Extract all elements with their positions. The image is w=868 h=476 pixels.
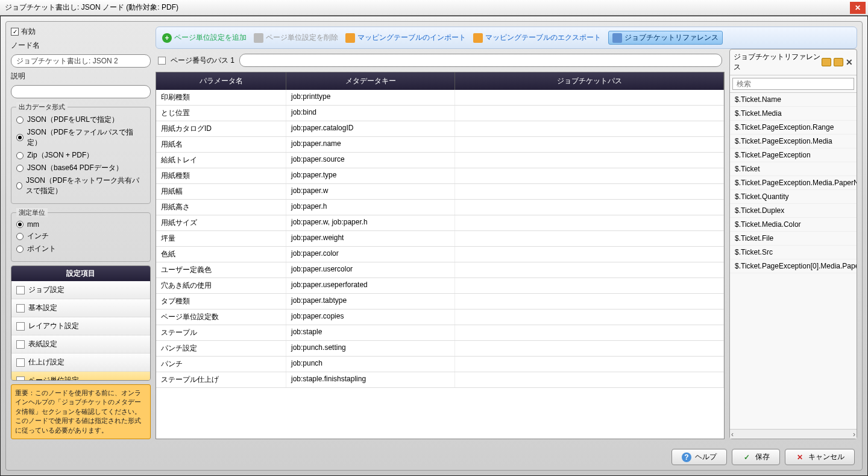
cancel-button[interactable]: ✕キャンセル — [785, 449, 855, 465]
output-option[interactable]: JSON（PDFをファイルパスで指定） — [16, 127, 145, 148]
cell-path[interactable] — [455, 200, 724, 215]
radio-icon[interactable] — [16, 116, 24, 124]
cell-path[interactable] — [455, 247, 724, 262]
table-row[interactable]: パンチjob:punch — [156, 357, 724, 372]
table-row[interactable]: ステープル仕上げjob:staple.finishstapling — [156, 372, 724, 388]
cell-param: ページ単位設定数 — [156, 309, 286, 325]
table-row[interactable]: ページ単位設定数job:paper.copies — [156, 309, 724, 325]
reference-item[interactable]: $.Ticket.PageException[0].Media.Pape — [730, 259, 857, 273]
cell-key: job:paper.tabtype — [286, 294, 455, 309]
unit-option[interactable]: mm — [16, 220, 145, 229]
unit-option[interactable]: インチ — [16, 231, 145, 241]
cell-path[interactable] — [455, 121, 724, 136]
reference-item[interactable]: $.Ticket.File — [730, 232, 857, 246]
table-row[interactable]: 印刷種類job:printtype — [156, 90, 724, 106]
unit-option[interactable]: ポイント — [16, 244, 145, 254]
table-body[interactable]: 印刷種類job:printtypeとじ位置job:bind用紙カタログIDjob… — [156, 90, 724, 439]
cell-path[interactable] — [455, 372, 724, 387]
settings-item[interactable]: 基本設定 — [11, 299, 150, 317]
table-row[interactable]: 用紙幅job:paper.w — [156, 184, 724, 200]
reference-item[interactable]: $.Ticket.PageException.Media.PaperN — [730, 176, 857, 190]
cell-path[interactable] — [455, 341, 724, 356]
reference-item[interactable]: $.Ticket.Quantity — [730, 190, 857, 204]
output-option[interactable]: Zip（JSON + PDF） — [16, 150, 145, 160]
settings-item[interactable]: ジョブ設定 — [11, 281, 150, 299]
table-row[interactable]: ステープルjob:staple — [156, 325, 724, 341]
radio-icon[interactable] — [16, 233, 24, 240]
cell-path[interactable] — [455, 168, 724, 183]
table-row[interactable]: 穴あき紙の使用job:paper.useperforated — [156, 278, 724, 294]
reference-item[interactable]: $.Ticket.Src — [730, 246, 857, 259]
table-row[interactable]: ユーザー定義色job:paper.usercolor — [156, 262, 724, 278]
reference-item[interactable]: $.Ticket.PageException — [730, 148, 857, 162]
reference-search-input[interactable] — [732, 78, 854, 90]
cell-path[interactable] — [455, 309, 724, 325]
page-path-input[interactable] — [239, 54, 722, 67]
output-option[interactable]: JSON（PDFをネットワーク共有パスで指定） — [16, 176, 145, 196]
table-row[interactable]: 色紙job:paper.color — [156, 247, 724, 262]
import-mapping-button[interactable]: マッピングテーブルのインポート — [345, 33, 466, 43]
settings-item[interactable]: レイアウト設定 — [11, 317, 150, 335]
reference-item[interactable]: $.Ticket.PageException.Range — [730, 121, 857, 135]
add-page-button[interactable]: +ページ単位設定を追加 — [162, 33, 247, 43]
cell-path[interactable] — [455, 215, 724, 230]
table-row[interactable]: パンチ設定job:punch.setting — [156, 341, 724, 357]
output-option[interactable]: JSON（base64 PDFデータ） — [16, 163, 145, 173]
reference-hscroll[interactable]: ‹› — [730, 429, 857, 439]
delete-page-button[interactable]: ページ単位設定を削除 — [254, 33, 338, 43]
export-mapping-button[interactable]: マッピングテーブルのエクスポート — [473, 33, 601, 43]
cell-path[interactable] — [455, 294, 724, 309]
cell-path[interactable] — [455, 90, 724, 105]
page-path-checkbox[interactable] — [158, 57, 166, 65]
radio-icon[interactable] — [16, 246, 24, 253]
reference-item[interactable]: $.Ticket.Duplex — [730, 204, 857, 218]
cell-path[interactable] — [455, 184, 724, 199]
enabled-checkbox[interactable]: ✓ — [11, 28, 19, 36]
table-row[interactable]: 用紙サイズjob:paper.w, job:paper.h — [156, 215, 724, 231]
save-button[interactable]: ✓保存 — [732, 449, 780, 465]
radio-icon[interactable] — [16, 221, 24, 228]
settings-item[interactable]: 表紙設定 — [11, 335, 150, 354]
radio-icon[interactable] — [16, 134, 24, 141]
settings-item-label: 基本設定 — [28, 303, 57, 313]
settings-item[interactable]: 仕上げ設定 — [11, 354, 150, 372]
desc-input[interactable] — [11, 85, 151, 98]
reference-toggle-button[interactable]: ジョブチケットリファレンス — [608, 31, 723, 45]
cell-path[interactable] — [455, 106, 724, 121]
cell-path[interactable] — [455, 262, 724, 278]
reference-item[interactable]: $.Ticket.Media.Color — [730, 218, 857, 232]
cell-path[interactable] — [455, 137, 724, 152]
table-row[interactable]: 用紙カタログIDjob:paper.catalogID — [156, 121, 724, 137]
table-row[interactable]: 用紙高さjob:paper.h — [156, 200, 724, 215]
table-row[interactable]: とじ位置job:bind — [156, 106, 724, 121]
node-name-input[interactable] — [11, 54, 151, 68]
output-option[interactable]: JSON（PDFをURLで指定） — [16, 115, 145, 125]
help-button[interactable]: ?ヘルプ — [671, 449, 727, 465]
reference-item[interactable]: $.Ticket.Name — [730, 93, 857, 107]
radio-icon[interactable] — [16, 152, 24, 159]
reference-item[interactable]: $.Ticket.Media — [730, 107, 857, 121]
radio-icon[interactable] — [16, 165, 24, 172]
cell-path[interactable] — [455, 278, 724, 293]
cell-path[interactable] — [455, 153, 724, 168]
cell-path[interactable] — [455, 357, 724, 372]
settings-item[interactable]: ページ単位設定 — [11, 372, 150, 380]
close-button[interactable]: ✕ — [850, 2, 866, 14]
table-row[interactable]: 坪量job:paper.weight — [156, 231, 724, 247]
table-row[interactable]: 用紙名job:paper.name — [156, 137, 724, 153]
settings-list[interactable]: ジョブ設定基本設定レイアウト設定表紙設定仕上げ設定ページ単位設定タブ設定 — [11, 281, 150, 380]
table-row[interactable]: タブ種類job:paper.tabtype — [156, 294, 724, 309]
enabled-row[interactable]: ✓ 有効 — [11, 27, 151, 37]
cell-path[interactable] — [455, 231, 724, 246]
reference-close-button[interactable]: ✕ — [846, 57, 853, 67]
copy-icon[interactable] — [834, 58, 843, 66]
reference-item[interactable]: $.Ticket — [730, 162, 857, 176]
reference-item[interactable]: $.Ticket.PageException.Media — [730, 135, 857, 148]
cell-path[interactable] — [455, 325, 724, 340]
table-row[interactable]: 給紙トレイjob:paper.source — [156, 153, 724, 168]
reference-list[interactable]: $.Ticket.Name$.Ticket.Media$.Ticket.Page… — [730, 92, 857, 429]
folder-icon[interactable] — [822, 58, 831, 66]
cell-param: 用紙カタログID — [156, 121, 286, 136]
table-row[interactable]: 用紙種類job:paper.type — [156, 168, 724, 184]
radio-icon[interactable] — [16, 182, 22, 189]
